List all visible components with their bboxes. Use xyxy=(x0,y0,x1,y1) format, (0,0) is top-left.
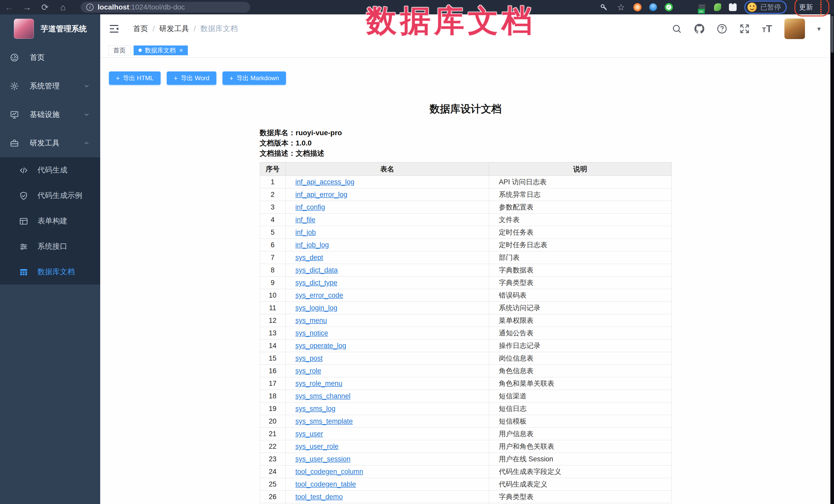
sidebar-item-monitor[interactable]: 基础设施 xyxy=(0,100,100,129)
table-desc-cell: 短信渠道 xyxy=(489,390,671,402)
breadcrumb-item[interactable]: 首页 xyxy=(133,24,148,34)
breadcrumb-item[interactable]: 研发工具 xyxy=(159,24,189,34)
export-button[interactable]: +导出 HTML xyxy=(109,71,160,85)
table-desc-cell: 参数配置表 xyxy=(489,201,671,214)
help-icon[interactable] xyxy=(717,24,727,34)
extension-orange-icon[interactable] xyxy=(633,3,641,11)
table-row: 11sys_login_log系统访问记录 xyxy=(260,302,671,314)
table-desc-cell: 系统异常日志 xyxy=(489,189,671,201)
key-icon[interactable] xyxy=(599,3,609,12)
table-name-link[interactable]: inf_job xyxy=(295,228,316,236)
back-icon[interactable]: ← xyxy=(0,2,18,12)
tables-overview-table: 序号表名说明 1inf_api_access_logAPI 访问日志表2inf_… xyxy=(260,162,672,503)
table-name-link[interactable]: inf_job_log xyxy=(295,241,329,249)
user-avatar[interactable] xyxy=(784,19,805,39)
sidebar-collapse-icon[interactable] xyxy=(108,23,120,35)
table-row: 15sys_post岗位信息表 xyxy=(260,352,671,365)
sidebar-item-toolbox[interactable]: 研发工具 xyxy=(0,129,100,157)
table-name-link[interactable]: sys_notice xyxy=(295,329,328,337)
sliders-icon xyxy=(19,242,28,251)
toolbox-icon xyxy=(10,138,19,148)
table-name-link[interactable]: sys_user_role xyxy=(295,443,338,450)
extension-grid-icon[interactable] xyxy=(681,3,690,12)
paused-label: 已暂停 xyxy=(760,3,781,12)
fullscreen-icon[interactable] xyxy=(740,24,750,34)
table-name-link[interactable]: sys_dept xyxy=(295,254,323,261)
export-button[interactable]: +导出 Word xyxy=(167,71,216,85)
table-name-link[interactable]: inf_api_access_log xyxy=(295,178,355,186)
font-size-icon[interactable]: TT xyxy=(762,23,772,35)
table-name-link[interactable]: sys_login_log xyxy=(295,304,337,312)
plus-icon: + xyxy=(116,74,120,82)
table-desc-cell: 用户信息表 xyxy=(489,428,671,440)
table-name-link[interactable]: sys_dict_type xyxy=(295,279,337,287)
sidebar-item-dashboard[interactable]: 首页 xyxy=(0,43,100,72)
sidebar-subitem-shield-check[interactable]: 代码生成示例 xyxy=(0,183,100,208)
tab-close-icon[interactable]: × xyxy=(179,47,183,54)
table-name-link[interactable]: sys_dict_data xyxy=(295,266,338,274)
table-name-cell: sys_user_session xyxy=(285,453,489,465)
table-row: 12sys_menu菜单权限表 xyxy=(260,314,671,327)
address-bar[interactable]: i localhost:1024/tool/db-doc xyxy=(81,2,250,13)
forward-icon[interactable]: → xyxy=(18,2,36,12)
table-name-link[interactable]: tool_codegen_table xyxy=(295,480,356,488)
table-name-cell: sys_role_menu xyxy=(285,377,489,390)
profile-paused-badge[interactable]: 已暂停 xyxy=(744,1,787,14)
table-name-link[interactable]: sys_post xyxy=(295,354,323,362)
chevron-up-icon xyxy=(83,140,90,147)
table-name-link[interactable]: sys_sms_log xyxy=(295,405,335,413)
table-name-link[interactable]: tool_codegen_column xyxy=(295,468,363,476)
table-name-link[interactable]: sys_sms_channel xyxy=(295,392,351,400)
document-title: 数据库设计文档 xyxy=(260,102,672,116)
tab-首页[interactable]: 首页 xyxy=(108,45,131,55)
app-title: 芋道管理系统 xyxy=(41,24,87,34)
sidebar-subitem-sliders[interactable]: 系统接口 xyxy=(0,234,100,259)
sidebar-subitem-code[interactable]: 代码生成 xyxy=(0,157,100,183)
app-logo-row[interactable]: 芋道管理系统 xyxy=(0,15,100,43)
extensions-puzzle-icon[interactable] xyxy=(729,3,737,11)
home-icon[interactable]: ⌂ xyxy=(54,2,72,12)
table-desc-cell: 部门表 xyxy=(489,251,671,264)
sidebar-subitem-table[interactable]: 数据库文档 xyxy=(0,259,100,285)
sidebar: 芋道管理系统 首页系统管理基础设施研发工具代码生成代码生成示例表单构建系统接口数… xyxy=(0,15,100,504)
refresh-icon[interactable]: ⟳ xyxy=(36,2,54,12)
extension-on-badge-icon[interactable] xyxy=(698,3,706,11)
table-name-cell: sys_sms_channel xyxy=(285,390,489,402)
table-name-link[interactable]: sys_user xyxy=(295,430,323,438)
table-name-link[interactable]: inf_config xyxy=(295,203,325,211)
table-name-link[interactable]: sys_user_session xyxy=(295,455,351,463)
site-info-icon[interactable]: i xyxy=(86,4,93,11)
scrollbar-thumb[interactable] xyxy=(831,16,833,53)
extension-green-check-icon[interactable]: ✓ xyxy=(665,3,673,11)
export-button[interactable]: +导出 Markdown xyxy=(222,71,286,85)
browser-update-button[interactable]: 更新 ⋮⋮⋮ xyxy=(794,0,829,17)
table-row: 18sys_sms_channel短信渠道 xyxy=(260,390,671,402)
export-button-row: +导出 HTML+导出 Word+导出 Markdown xyxy=(100,58,831,85)
search-icon[interactable] xyxy=(672,24,682,34)
bookmark-star-icon[interactable]: ☆ xyxy=(616,3,626,12)
table-name-link[interactable]: inf_api_error_log xyxy=(295,191,348,198)
table-name-link[interactable]: sys_role_menu xyxy=(295,379,343,387)
table-name-link[interactable]: sys_role xyxy=(295,367,322,375)
sidebar-item-gear[interactable]: 系统管理 xyxy=(0,72,100,100)
table-desc-cell: 代码生成表字段定义 xyxy=(489,465,671,478)
table-name-link[interactable]: tool_test_demo xyxy=(295,493,343,501)
table-name-link[interactable]: sys_sms_template xyxy=(295,417,353,425)
chevron-down-icon[interactable]: ▾ xyxy=(817,25,821,33)
table-name-link[interactable]: inf_file xyxy=(295,216,315,224)
table-name-link[interactable]: sys_operate_log xyxy=(295,342,346,350)
github-icon[interactable] xyxy=(694,24,704,34)
sidebar-item-label: 基础设施 xyxy=(30,109,60,120)
row-index-cell: 21 xyxy=(260,428,285,440)
sidebar-subitem-form[interactable]: 表单构建 xyxy=(0,208,100,234)
extension-leaf-icon[interactable] xyxy=(714,3,721,11)
table-name-link[interactable]: sys_menu xyxy=(295,316,327,324)
table-name-link[interactable]: sys_error_code xyxy=(295,291,343,299)
table-name-cell: sys_login_log xyxy=(285,302,489,314)
sidebar-subitem-label: 代码生成 xyxy=(38,165,67,175)
extension-blue-icon[interactable] xyxy=(649,3,657,11)
tab-数据库文档[interactable]: 数据库文档× xyxy=(134,45,188,55)
table-row: 14sys_operate_log操作日志记录 xyxy=(260,339,671,352)
vertical-scrollbar[interactable] xyxy=(830,15,834,504)
browser-menu-icon[interactable]: ⋮⋮⋮ xyxy=(817,0,825,15)
